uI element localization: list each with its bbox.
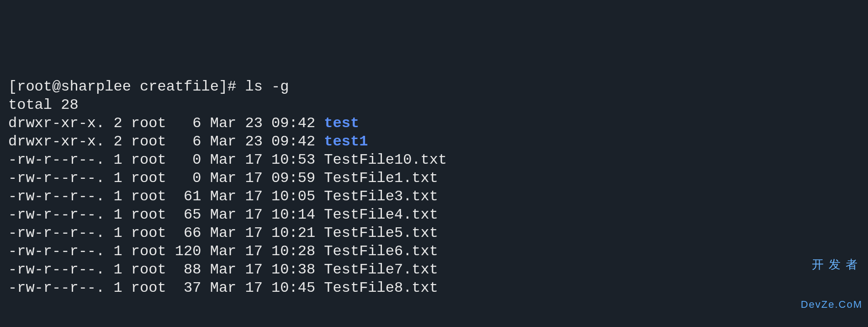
listing-row: -rw-r--r--. 1 root 0 Mar 17 09:59 TestFi… — [8, 169, 860, 188]
watermark-line2: DevZe.CoM — [801, 300, 863, 310]
watermark-line1: 开发者 — [801, 258, 863, 270]
directory-name: test1 — [324, 133, 368, 150]
prompt-line: [root@sharplee creatfile]# ls -g — [8, 78, 860, 96]
file-name: TestFile4.txt — [324, 206, 438, 223]
file-name: TestFile10.txt — [324, 151, 447, 168]
watermark: 开发者 DevZe.CoM — [801, 229, 863, 324]
listing-row: drwxr-xr-x. 2 root 6 Mar 23 09:42 test1 — [8, 133, 860, 151]
file-name: TestFile7.txt — [324, 261, 438, 278]
file-name: TestFile6.txt — [324, 243, 438, 260]
directory-name: test — [324, 115, 359, 132]
listing-meta: -rw-r--r--. 1 root 0 Mar 17 10:53 — [8, 151, 324, 168]
file-name: TestFile5.txt — [324, 225, 438, 241]
listing-row: -rw-r--r--. 1 root 88 Mar 17 10:38 TestF… — [8, 261, 860, 279]
listing-row: -rw-r--r--. 1 root 65 Mar 17 10:14 TestF… — [8, 206, 860, 224]
listing-meta: -rw-r--r--. 1 root 61 Mar 17 10:05 — [8, 188, 324, 205]
listing-meta: -rw-r--r--. 1 root 65 Mar 17 10:14 — [8, 206, 324, 223]
listing-meta: -rw-r--r--. 1 root 66 Mar 17 10:21 — [8, 225, 324, 241]
listing-meta: drwxr-xr-x. 2 root 6 Mar 23 09:42 — [8, 115, 324, 132]
file-name: TestFile1.txt — [324, 170, 438, 187]
command-text: ls -g — [245, 78, 289, 95]
listing-meta: -rw-r--r--. 1 root 88 Mar 17 10:38 — [8, 261, 324, 278]
listing-row: -rw-r--r--. 1 root 61 Mar 17 10:05 TestF… — [8, 188, 860, 206]
listing-meta: -rw-r--r--. 1 root 37 Mar 17 10:45 — [8, 279, 324, 296]
listing-meta: drwxr-xr-x. 2 root 6 Mar 23 09:42 — [8, 133, 324, 150]
listing-row: drwxr-xr-x. 2 root 6 Mar 23 09:42 test — [8, 114, 860, 133]
listing-meta: -rw-r--r--. 1 root 120 Mar 17 10:28 — [8, 243, 324, 260]
listing-meta: -rw-r--r--. 1 root 0 Mar 17 09:59 — [8, 170, 324, 187]
listing-row: -rw-r--r--. 1 root 66 Mar 17 10:21 TestF… — [8, 224, 860, 242]
listing-row: -rw-r--r--. 1 root 0 Mar 17 10:53 TestFi… — [8, 151, 860, 169]
file-name: TestFile8.txt — [324, 279, 438, 296]
prompt-prefix: [root@sharplee creatfile]# — [8, 78, 245, 95]
listing-row: -rw-r--r--. 1 root 37 Mar 17 10:45 TestF… — [8, 279, 860, 297]
terminal-output: [root@sharplee creatfile]# ls -gtotal 28… — [8, 78, 860, 297]
total-line: total 28 — [8, 96, 860, 114]
listing-row: -rw-r--r--. 1 root 120 Mar 17 10:28 Test… — [8, 242, 860, 261]
file-name: TestFile3.txt — [324, 188, 438, 205]
